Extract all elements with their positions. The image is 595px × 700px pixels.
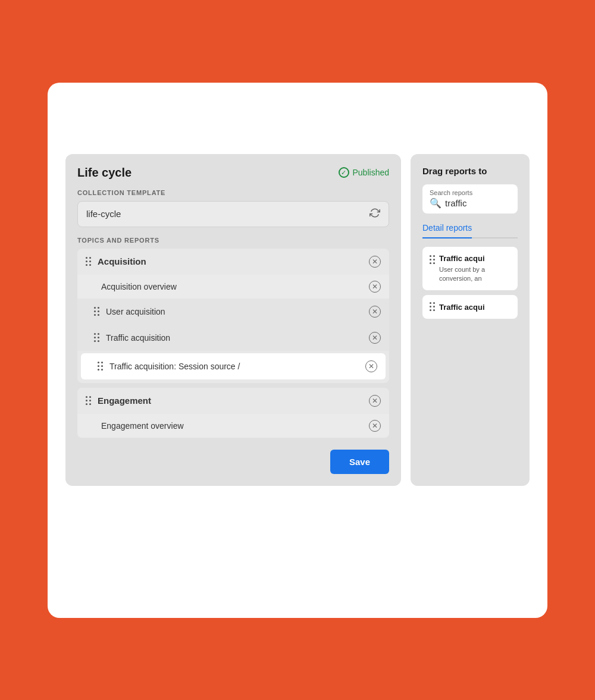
search-inner: Search reports 🔍 traffic <box>430 189 511 209</box>
drag-handle-user-acquisition[interactable] <box>94 307 100 316</box>
engagement-overview-remove-button[interactable]: ✕ <box>369 420 381 432</box>
template-input[interactable]: life-cycle <box>77 201 389 227</box>
tabs-row: Detail reports <box>422 223 518 238</box>
collection-template-label: COLLECTION TEMPLATE <box>77 189 389 196</box>
published-check-icon <box>339 167 349 178</box>
traffic-acquisition-remove-button[interactable]: ✕ <box>369 332 381 344</box>
panel-title: Life cycle <box>77 166 131 180</box>
engagement-remove-button[interactable]: ✕ <box>369 395 381 407</box>
published-label: Published <box>353 168 390 177</box>
topics-label: TOPICS AND REPORTS <box>77 237 389 244</box>
tab-detail-reports[interactable]: Detail reports <box>422 223 472 238</box>
sync-icon <box>369 208 380 221</box>
engagement-row: Engagement ✕ <box>77 388 389 414</box>
user-acquisition-row: User acquisition ✕ <box>77 299 389 325</box>
drag-handle-report-2[interactable] <box>430 302 436 312</box>
drag-handle-engagement[interactable] <box>86 396 92 406</box>
acquisition-remove-button[interactable]: ✕ <box>369 256 381 268</box>
save-button[interactable]: Save <box>330 450 389 474</box>
drag-reports-title: Drag reports to <box>422 166 518 176</box>
traffic-acquisition-session-label: Traffic acquisition: Session source / <box>109 362 359 371</box>
acquisition-overview-label: Acquisition overview <box>101 282 363 291</box>
search-label: Search reports <box>430 189 511 196</box>
engagement-overview-label: Engagement overview <box>101 421 363 431</box>
report-card-1-content: Traffic acqui User count by a conversion… <box>439 254 511 284</box>
search-box[interactable]: Search reports 🔍 traffic <box>422 184 518 214</box>
acquisition-group: Acquisition ✕ Acquisition overview ✕ <box>77 249 389 383</box>
content-area: Life cycle Published COLLECTION TEMPLATE… <box>65 154 530 486</box>
drag-handle-acquisition[interactable] <box>86 257 92 266</box>
published-badge: Published <box>339 167 390 178</box>
engagement-group: Engagement ✕ Engagement overview ✕ <box>77 388 389 438</box>
acquisition-overview-row: Acquisition overview ✕ <box>77 275 389 299</box>
traffic-acquisition-session-row: Traffic acquisition: Session source / ✕ <box>81 353 386 379</box>
acquisition-overview-remove-button[interactable]: ✕ <box>369 281 381 293</box>
drag-handle-traffic-acquisition[interactable] <box>94 333 100 343</box>
traffic-acquisition-label: Traffic acquisition <box>106 333 363 343</box>
acquisition-row: Acquisition ✕ <box>77 249 389 275</box>
drag-handle-traffic-session[interactable] <box>98 362 104 371</box>
left-panel: Life cycle Published COLLECTION TEMPLATE… <box>65 154 401 486</box>
user-acquisition-label: User acquisition <box>106 307 363 316</box>
report-card-1-desc: User count by a conversion, an <box>439 265 511 284</box>
engagement-overview-row: Engagement overview ✕ <box>77 414 389 438</box>
engagement-label: Engagement <box>98 395 363 406</box>
traffic-acquisition-row: Traffic acquisition ✕ <box>77 325 389 351</box>
drag-handle-report-1[interactable] <box>430 255 436 265</box>
search-row: 🔍 traffic <box>430 197 511 209</box>
user-acquisition-remove-button[interactable]: ✕ <box>369 306 381 318</box>
report-card-2: Traffic acqui <box>422 295 518 319</box>
panel-header: Life cycle Published <box>77 166 389 180</box>
report-card-1: Traffic acqui User count by a conversion… <box>422 247 518 291</box>
traffic-acquisition-session-remove-button[interactable]: ✕ <box>365 360 377 372</box>
topics-section: Acquisition ✕ Acquisition overview ✕ <box>77 249 389 438</box>
report-card-2-title: Traffic acqui <box>439 303 485 312</box>
report-card-1-row: Traffic acqui User count by a conversion… <box>430 254 511 284</box>
report-card-1-title: Traffic acqui <box>439 254 511 263</box>
right-panel: Drag reports to Search reports 🔍 traffic… <box>411 154 530 486</box>
save-button-wrapper: Save <box>77 450 389 474</box>
search-icon: 🔍 <box>430 197 441 209</box>
acquisition-label: Acquisition <box>98 256 363 266</box>
template-value: life-cycle <box>86 209 121 219</box>
search-value: traffic <box>445 198 466 208</box>
main-card: Life cycle Published COLLECTION TEMPLATE… <box>48 83 547 618</box>
